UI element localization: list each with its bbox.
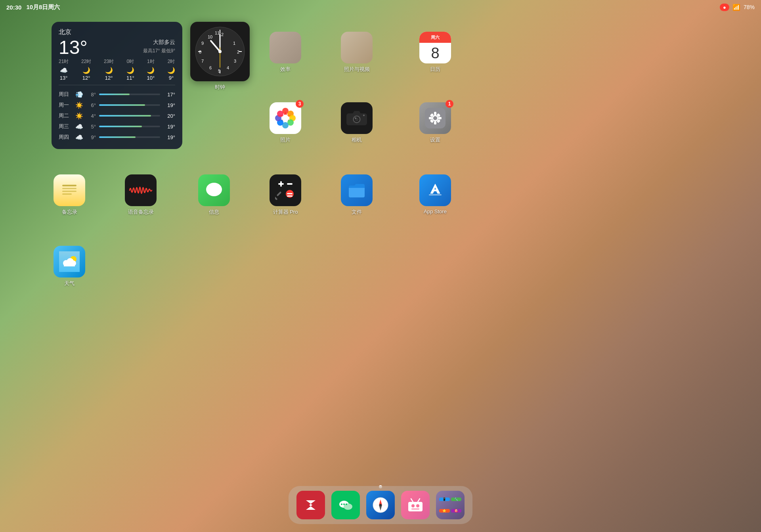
calendar-weekday: 周六 (419, 32, 451, 43)
battery-level: 78% (744, 4, 755, 10)
app-photos-folder[interactable]: 照片与视频 (341, 32, 373, 73)
app-photos[interactable]: 3 照片 (270, 102, 301, 144)
svg-point-38 (363, 115, 365, 116)
svg-point-77 (341, 503, 342, 505)
app-efficiency-folder[interactable]: 效率 (270, 32, 301, 73)
svg-text:4: 4 (227, 65, 229, 70)
appstore-label: App Store (424, 209, 447, 214)
svg-rect-52 (62, 188, 76, 189)
dock-wechat[interactable] (331, 491, 360, 519)
notes-svg (59, 180, 80, 201)
svg-marker-33 (353, 111, 361, 113)
svg-point-29 (277, 111, 283, 117)
settings-label: 设置 (430, 136, 440, 144)
app-settings[interactable]: 1 设置 (419, 102, 451, 144)
svg-text:6: 6 (209, 65, 212, 70)
svg-point-92 (416, 504, 419, 507)
weather-icon (54, 246, 85, 277)
wifi-icon: 📶 (732, 4, 740, 11)
voice-memo-label: 语音备忘录 (128, 209, 154, 216)
photos-icon: 3 (270, 102, 301, 134)
settings-badge: 1 (446, 100, 453, 108)
svg-rect-42 (434, 112, 436, 115)
efficiency-folder-icon (270, 32, 301, 63)
photos-icon-svg (274, 107, 296, 129)
app-calculator[interactable]: 计算器 Pro (270, 174, 301, 216)
weather-app-label: 天气 (64, 280, 75, 287)
app-voice-memo[interactable]: 语音备忘录 (125, 174, 157, 216)
svg-rect-65 (429, 194, 442, 195)
svg-rect-45 (438, 117, 442, 119)
svg-point-76 (344, 503, 352, 510)
photos-folder-label: 照片与视频 (344, 66, 370, 73)
app-notes[interactable]: 备忘录 (54, 174, 85, 216)
hourly-item-0: 21时☁️13° (59, 58, 69, 81)
status-bar: 20:30 10月8日周六 ● 📶 78% (0, 0, 761, 14)
hourly-item-2: 23时🌙12° (104, 58, 114, 81)
daily-row-0: 周日 💨 8° 17° (59, 89, 175, 100)
svg-point-78 (343, 503, 345, 505)
svg-rect-51 (62, 185, 76, 186)
files-label: 文件 (352, 209, 362, 216)
clock-widget[interactable]: 12 1 2 3 4 5 6 7 8 9 10 11 时钟 (190, 22, 250, 81)
svg-text:2: 2 (237, 50, 239, 54)
weather-daily: 周日 💨 8° 17° 周一 ☀️ 6° 19° 周二 ☀️ 4° 20° 周三… (59, 89, 175, 143)
dock-folder-item-1: 📱 (439, 498, 450, 501)
dock-safari[interactable] (366, 491, 395, 519)
zotero-svg (301, 496, 320, 515)
svg-text:7: 7 (201, 59, 204, 63)
svg-rect-53 (62, 191, 76, 192)
recording-dot-icon: ● (723, 4, 726, 10)
svg-point-86 (379, 504, 382, 506)
app-calendar[interactable]: 周六 8 日历 (419, 32, 451, 73)
svg-rect-43 (434, 121, 436, 124)
battery-icon: 78% (744, 4, 755, 10)
svg-rect-44 (429, 117, 432, 119)
files-icon (341, 174, 373, 206)
camera-svg (346, 108, 367, 128)
calendar-label: 日历 (430, 66, 440, 73)
clock-svg: 12 1 2 3 4 5 6 7 8 9 10 11 (194, 26, 246, 77)
svg-rect-64 (287, 195, 293, 197)
wechat-svg (336, 496, 355, 515)
messages-label: 信息 (209, 209, 219, 216)
settings-icon: 1 (419, 102, 451, 134)
svg-point-37 (355, 117, 356, 119)
app-weather[interactable]: 天气 (54, 246, 85, 287)
clock-label: 时钟 (215, 84, 225, 91)
app-messages[interactable]: 信息 (198, 174, 230, 216)
dock-folder-item-2: 🔧 (451, 498, 462, 501)
svg-rect-50 (59, 180, 80, 201)
status-time: 20:30 (6, 4, 21, 11)
dock-zotero[interactable] (296, 491, 325, 519)
svg-point-41 (433, 116, 437, 120)
dock-bilibili[interactable] (401, 491, 430, 519)
voice-svg (129, 182, 153, 198)
app-appstore[interactable]: App Store (419, 174, 451, 214)
photos-badge: 3 (296, 100, 304, 108)
calculator-label: 计算器 Pro (273, 209, 298, 216)
notes-label: 备忘录 (62, 209, 77, 216)
calculator-icon (270, 174, 301, 206)
calendar-icon: 周六 8 (419, 32, 451, 63)
voice-memo-icon (125, 174, 157, 206)
svg-rect-63 (287, 193, 293, 194)
messages-icon (198, 174, 230, 206)
hourly-item-3: 0时🌙11° (126, 58, 134, 81)
app-camera[interactable]: 相机 (341, 102, 373, 144)
weather-city: 北京 (59, 28, 175, 36)
notes-icon (54, 174, 85, 206)
svg-rect-88 (408, 502, 423, 511)
daily-row-4: 周四 ☁️ 9° 19° (59, 132, 175, 143)
dock-folder[interactable]: 📱 🔧 ⭐ 🎯 (436, 491, 465, 519)
daily-row-3: 周三 ☁️ 5° 19° (59, 121, 175, 132)
app-files[interactable]: 文件 (341, 174, 373, 216)
status-left: 20:30 10月8日周六 (6, 4, 60, 11)
status-date: 10月8日周六 (26, 4, 60, 11)
svg-text:5: 5 (218, 69, 220, 73)
calc-svg (275, 180, 296, 201)
recording-indicator: ● (720, 4, 729, 11)
weather-desc: 大部多云 (143, 39, 175, 46)
svg-text:9: 9 (201, 41, 204, 46)
weather-widget[interactable]: 北京 13° 大部多云 最高17° 最低9° 21时☁️13° 22时🌙12° … (52, 22, 182, 149)
